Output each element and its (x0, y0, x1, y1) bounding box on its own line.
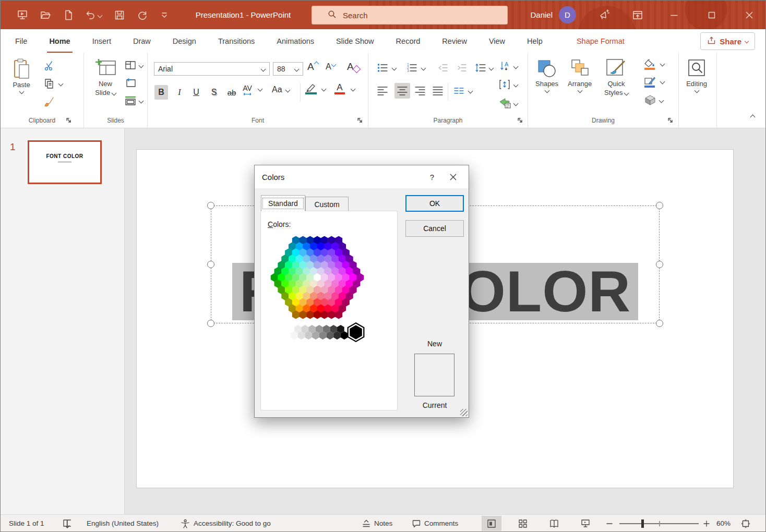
align-text-button[interactable] (499, 79, 518, 90)
standard-color-hexagon-picker[interactable] (261, 230, 398, 360)
editing-button[interactable]: Editing (686, 58, 707, 92)
section-button[interactable] (125, 95, 143, 106)
accessibility-status[interactable]: Accessibility: Good to go (194, 515, 271, 532)
paste-button[interactable]: Paste (12, 58, 31, 93)
tab-slide-show[interactable]: Slide Show (334, 30, 376, 52)
accessibility-icon[interactable] (180, 515, 190, 532)
clear-formatting-button[interactable]: A (347, 61, 360, 72)
selection-handle[interactable] (656, 261, 663, 268)
copy-button[interactable] (43, 78, 63, 89)
character-spacing-button[interactable]: AV (243, 84, 252, 96)
slide-indicator[interactable]: Slide 1 of 1 (9, 515, 44, 532)
resize-grip[interactable] (460, 409, 468, 416)
increase-indent-button[interactable] (456, 62, 468, 74)
language-indicator[interactable]: English (United States) (87, 515, 159, 532)
quick-styles-button[interactable]: Quick Styles (604, 58, 628, 96)
tab-custom[interactable]: Custom (305, 197, 349, 211)
tab-record[interactable]: Record (394, 30, 423, 52)
tab-home[interactable]: Home (47, 29, 72, 53)
zoom-in-icon[interactable] (703, 515, 710, 532)
underline-button[interactable]: U (189, 85, 203, 100)
fit-slide-to-window-icon[interactable] (740, 515, 751, 532)
justify-button[interactable] (432, 85, 444, 96)
user-name[interactable]: Daniel (530, 1, 553, 29)
format-painter-button[interactable] (43, 95, 56, 108)
slide-thumbnail[interactable]: FONT COLOR (28, 140, 102, 184)
tab-animations[interactable]: Animations (274, 30, 316, 52)
spellcheck-icon[interactable] (62, 515, 73, 532)
redo-icon[interactable] (135, 8, 150, 22)
undo-chevron-icon[interactable] (95, 8, 104, 22)
shape-fill-button[interactable] (644, 59, 655, 70)
shape-fill-chevron[interactable] (661, 62, 664, 66)
share-button[interactable]: Share (700, 32, 755, 50)
tab-insert[interactable]: Insert (90, 30, 113, 52)
close-button[interactable] (734, 1, 764, 29)
decrease-indent-button[interactable] (437, 62, 449, 74)
dialog-launcher-icon[interactable] (667, 117, 674, 124)
zoom-slider-thumb[interactable] (641, 519, 644, 528)
align-right-button[interactable] (414, 85, 426, 96)
text-direction-button[interactable]: A (499, 60, 518, 72)
tab-file[interactable]: File (13, 30, 29, 52)
zoom-level[interactable]: 60% (716, 515, 731, 532)
comments-button[interactable]: Comments (412, 515, 458, 532)
ribbon-display-options-icon[interactable] (623, 1, 653, 29)
tab-transitions[interactable]: Transitions (216, 30, 257, 52)
selection-handle[interactable] (207, 261, 214, 268)
selection-handle[interactable] (656, 320, 663, 327)
bullets-button[interactable] (377, 62, 396, 74)
help-icon[interactable]: ? (422, 169, 442, 185)
slide-sorter-view-button[interactable] (513, 516, 533, 531)
new-slide-button[interactable]: New Slide (94, 58, 116, 96)
tab-standard[interactable]: Standard (261, 195, 305, 211)
tab-draw[interactable]: Draw (131, 30, 153, 52)
dialog-launcher-icon[interactable] (65, 117, 73, 124)
cancel-button[interactable]: Cancel (405, 220, 464, 237)
minimize-button[interactable] (659, 1, 689, 29)
text-shadow-button[interactable]: S (207, 85, 221, 100)
font-name-select[interactable]: Arial (154, 62, 270, 76)
start-slideshow-icon[interactable] (15, 8, 30, 22)
normal-view-button[interactable] (482, 516, 501, 531)
character-spacing-chevron[interactable] (258, 87, 262, 91)
selection-handle[interactable] (207, 202, 214, 209)
shape-effects-button[interactable] (644, 94, 663, 106)
shape-outline-button[interactable] (644, 77, 655, 88)
shapes-button[interactable]: Shapes (535, 58, 558, 92)
tab-review[interactable]: Review (440, 30, 469, 52)
tab-help[interactable]: Help (525, 30, 545, 52)
columns-button[interactable] (453, 85, 472, 96)
shrink-font-button[interactable]: A (326, 62, 336, 71)
convert-to-smartart-button[interactable] (499, 98, 518, 109)
grow-font-button[interactable]: A (307, 61, 318, 72)
align-center-button[interactable] (394, 83, 410, 99)
megaphone-icon[interactable] (589, 1, 619, 29)
tab-view[interactable]: View (487, 30, 507, 52)
save-icon[interactable] (112, 8, 127, 22)
tab-design[interactable]: Design (171, 30, 198, 52)
selection-handle[interactable] (207, 320, 214, 327)
qat-customize-icon[interactable] (157, 8, 172, 22)
bold-button[interactable]: B (154, 85, 168, 100)
line-spacing-button[interactable] (475, 62, 493, 74)
reading-view-button[interactable] (544, 516, 564, 531)
search-input[interactable]: Search (312, 6, 508, 25)
strikethrough-button[interactable]: ab (224, 85, 240, 100)
avatar[interactable]: D (559, 6, 576, 23)
maximize-button[interactable] (697, 1, 727, 29)
align-left-button[interactable] (377, 85, 388, 96)
text-highlight-color-button[interactable] (305, 83, 317, 94)
slide-layout-button[interactable] (125, 60, 143, 70)
reset-slide-button[interactable] (125, 78, 136, 88)
text-highlight-chevron[interactable] (322, 87, 326, 91)
zoom-slider[interactable] (619, 515, 699, 532)
font-color-button[interactable]: A (334, 83, 345, 94)
slideshow-view-button[interactable] (576, 516, 595, 531)
italic-button[interactable]: I (173, 85, 186, 100)
ok-button[interactable]: OK (405, 195, 464, 212)
font-size-select[interactable]: 88 (273, 62, 303, 76)
collapse-ribbon-icon[interactable] (751, 115, 755, 119)
dialog-launcher-icon[interactable] (517, 117, 524, 124)
cut-button[interactable] (43, 60, 55, 71)
